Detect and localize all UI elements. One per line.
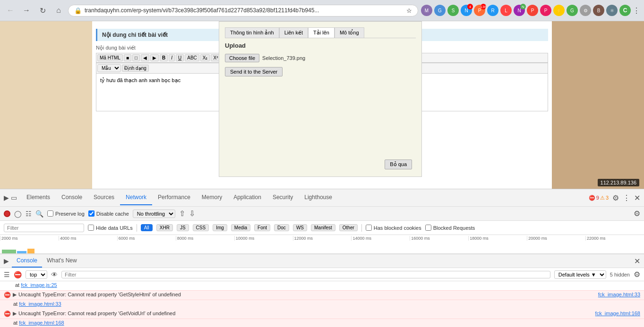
tab-security[interactable]: Security bbox=[267, 190, 299, 205]
extension-icon-11[interactable]: ⚡ bbox=[553, 5, 565, 16]
msg-expand-arrow-1[interactable]: ▶ bbox=[13, 292, 17, 298]
filter-toggle-icon[interactable]: ☷ bbox=[26, 210, 32, 218]
toolbar-btn-2[interactable]: □ bbox=[132, 54, 140, 61]
toolbar-mhtml-btn[interactable]: Mã HTML bbox=[97, 54, 123, 61]
search-icon[interactable]: 🔍 bbox=[35, 210, 43, 218]
extension-icon-3[interactable]: S bbox=[447, 5, 459, 16]
eye-icon[interactable]: 👁 bbox=[51, 271, 58, 278]
bo-qua-button[interactable]: Bỏ qua bbox=[385, 159, 412, 169]
extension-icon-7[interactable]: L bbox=[500, 5, 512, 16]
filter-ws-btn[interactable]: WS bbox=[293, 224, 307, 231]
level-select[interactable]: Default levels ▼ bbox=[554, 270, 606, 279]
tab-elements[interactable]: Elements bbox=[21, 190, 56, 205]
filter-xhr-btn[interactable]: XHR bbox=[156, 224, 173, 231]
disable-cache-checkbox[interactable] bbox=[88, 210, 94, 217]
console-panel-icon[interactable]: ▶ bbox=[4, 257, 9, 265]
filter-all-btn[interactable]: All bbox=[141, 224, 153, 231]
address-bar[interactable]: 🔒 tranhdaquyhn.com/erp-system/vi/b73ce39… bbox=[68, 5, 418, 17]
toolbar-abc-btn[interactable]: ABC bbox=[185, 54, 199, 61]
extension-icon-1[interactable]: M bbox=[421, 5, 432, 16]
msg-source-1[interactable]: fck_image.html:33 bbox=[598, 292, 640, 297]
extension-icon-5[interactable]: P 136 bbox=[474, 5, 485, 16]
extension-icon-14[interactable]: B bbox=[593, 5, 604, 16]
tab-application[interactable]: Application bbox=[228, 190, 267, 205]
filter-font-btn[interactable]: Font bbox=[254, 224, 270, 231]
disable-cache-label[interactable]: Disable cache bbox=[88, 210, 129, 217]
has-blocked-checkbox[interactable] bbox=[366, 225, 372, 231]
tab-performance[interactable]: Performance bbox=[152, 190, 196, 205]
tab-memory[interactable]: Memory bbox=[196, 190, 228, 205]
console-sidebar-icon[interactable]: ☰ bbox=[4, 271, 10, 278]
filter-js-btn[interactable]: JS bbox=[177, 224, 189, 231]
toolbar-sub-btn[interactable]: X₂ bbox=[200, 54, 210, 61]
toolbar-btn-4[interactable]: ▶ bbox=[150, 54, 159, 61]
filter-css-btn[interactable]: CSS bbox=[193, 224, 209, 231]
extension-icon-4[interactable]: N 4 bbox=[461, 5, 472, 16]
refresh-button[interactable]: ↻ bbox=[36, 4, 49, 17]
devtools-inspect-icon[interactable]: ▶ bbox=[4, 194, 9, 201]
tab-whats-new[interactable]: What's New bbox=[42, 254, 82, 268]
filter-media-btn[interactable]: Media bbox=[231, 224, 250, 231]
blocked-requests-checkbox[interactable] bbox=[425, 225, 431, 231]
filter-img-btn[interactable]: Img bbox=[213, 224, 227, 231]
console-filter-input[interactable] bbox=[61, 271, 550, 278]
tab-console[interactable]: Console bbox=[56, 190, 88, 205]
extension-icon-13[interactable]: ⚙ bbox=[580, 5, 591, 16]
toolbar-btn-3[interactable]: ◀ bbox=[141, 54, 149, 61]
tab-network[interactable]: Network bbox=[120, 190, 152, 205]
network-settings-icon[interactable]: ⚙ bbox=[634, 209, 640, 218]
extension-icon-8[interactable]: N N bbox=[514, 5, 525, 16]
blocked-requests-label[interactable]: Blocked Requests bbox=[425, 225, 475, 231]
filter-doc-btn[interactable]: Doc bbox=[274, 224, 289, 231]
tab-tai-len[interactable]: Tải lên bbox=[308, 27, 335, 38]
throttle-select[interactable]: No throttling bbox=[133, 210, 175, 218]
tab-mo-tong[interactable]: Mô tổng bbox=[335, 27, 364, 38]
filter-manifest-btn[interactable]: Manifest bbox=[311, 224, 335, 231]
preserve-log-label[interactable]: Preserve log bbox=[47, 210, 85, 217]
console-context-select[interactable]: top bbox=[26, 270, 47, 279]
format-btn[interactable]: Định dạng bbox=[122, 65, 149, 72]
extension-icon-12[interactable]: G bbox=[567, 5, 578, 16]
preserve-log-checkbox[interactable] bbox=[47, 210, 53, 217]
msg-expand-arrow-2[interactable]: ▶ bbox=[13, 310, 17, 317]
msg-link-1[interactable]: fck_image.js:25 bbox=[21, 282, 57, 288]
filter-other-btn[interactable]: Other bbox=[339, 224, 358, 231]
tab-console-bottom[interactable]: Console bbox=[12, 254, 42, 268]
toolbar-btn-1[interactable]: ■ bbox=[124, 54, 131, 61]
back-button[interactable]: ← bbox=[4, 4, 17, 17]
console-error-filter-icon[interactable]: ⛔ bbox=[14, 271, 22, 278]
msg-link-1b[interactable]: fck_image.html:33 bbox=[19, 301, 61, 307]
msg-source-2[interactable]: fck_image.html:168 bbox=[595, 310, 640, 316]
menu-button[interactable]: ⋮ bbox=[633, 6, 640, 15]
home-button[interactable]: ⌂ bbox=[52, 4, 65, 17]
msg-link-2b[interactable]: fck_image.html:168 bbox=[19, 320, 64, 326]
devtools-settings-icon[interactable]: ⚙ bbox=[612, 193, 619, 202]
choose-file-button[interactable]: Choose file bbox=[225, 54, 259, 62]
console-settings-icon[interactable]: ⚙ bbox=[634, 270, 640, 279]
import-icon[interactable]: ⇧ bbox=[179, 209, 185, 218]
devtools-close-icon[interactable]: ✕ bbox=[634, 193, 640, 202]
send-to-server-button[interactable]: Send it to the Server bbox=[225, 67, 283, 76]
toolbar-bold-btn[interactable]: B bbox=[160, 54, 168, 61]
record-button[interactable] bbox=[4, 210, 10, 217]
clear-button[interactable]: ◯ bbox=[14, 210, 22, 218]
hide-data-urls-checkbox[interactable] bbox=[88, 225, 94, 231]
tab-lighthouse[interactable]: Lighthouse bbox=[299, 190, 338, 205]
style-select[interactable]: Mẫu bbox=[97, 64, 121, 72]
hide-data-urls-label[interactable]: Hide data URLs bbox=[88, 225, 133, 231]
tab-lien-ket[interactable]: Liên kết bbox=[279, 27, 308, 38]
toolbar-underline-btn[interactable]: U bbox=[176, 54, 184, 61]
extension-icon-10[interactable]: P bbox=[540, 5, 551, 16]
extension-icon-15[interactable]: ⚛ bbox=[606, 5, 618, 16]
extension-icon-9[interactable]: P bbox=[527, 5, 538, 16]
devtools-more-icon[interactable]: ⋮ bbox=[623, 193, 630, 202]
has-blocked-label[interactable]: Has blocked cookies bbox=[366, 225, 421, 231]
user-avatar[interactable]: C bbox=[619, 5, 631, 16]
extension-icon-6[interactable]: R bbox=[487, 5, 498, 16]
tab-sources[interactable]: Sources bbox=[88, 190, 120, 205]
devtools-device-icon[interactable]: ▭ bbox=[11, 194, 17, 201]
tab-thong-tin[interactable]: Thông tin hình ảnh bbox=[225, 27, 279, 38]
forward-button[interactable]: → bbox=[20, 4, 33, 17]
export-icon[interactable]: ⇩ bbox=[189, 209, 195, 218]
toolbar-italic-btn[interactable]: I bbox=[169, 54, 175, 61]
